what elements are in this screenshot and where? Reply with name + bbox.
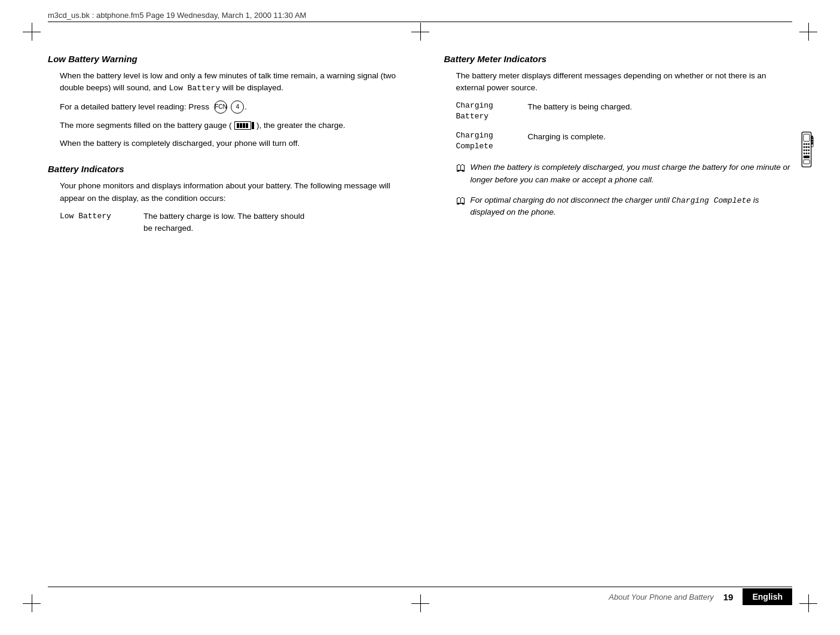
footer-language: English (743, 588, 792, 605)
svg-rect-7 (808, 146, 810, 148)
svg-rect-3 (806, 144, 808, 145)
battery-gauge-icon (234, 121, 251, 130)
svg-rect-5 (804, 146, 805, 148)
svg-rect-6 (806, 146, 808, 148)
fcn-button-icon: FCN (214, 100, 227, 114)
svg-rect-9 (806, 149, 808, 151)
crosshair-bottom-right (799, 594, 817, 612)
svg-rect-1 (804, 134, 810, 141)
low-battery-entry: Low Battery The battery charge is low. T… (60, 210, 396, 235)
note-1: 🕮 When the battery is completely dischar… (456, 161, 793, 186)
charging-battery-mono: ChargingBattery (456, 100, 528, 122)
svg-rect-18 (811, 137, 813, 139)
header-text: m3cd_us.bk : abtphone.fm5 Page 19 Wednes… (48, 11, 792, 20)
note-2: 🕮 For optimal charging do not disconnect… (456, 194, 793, 219)
svg-rect-15 (804, 160, 810, 164)
note-2-text: For optimal charging do not disconnect t… (471, 194, 793, 219)
svg-rect-19 (811, 140, 813, 142)
footer: About Your Phone and Battery 19 English (48, 588, 792, 605)
right-column: Battery Meter Indicators The battery met… (432, 54, 793, 587)
header-rule (48, 22, 792, 22)
section-battery-meter: Battery Meter Indicators The battery met… (444, 54, 793, 219)
battery-indicators-intro: Your phone monitors and displays informa… (60, 180, 396, 204)
main-content: Low Battery Warning When the battery lev… (48, 54, 792, 587)
footer-rule (48, 587, 792, 587)
svg-rect-4 (808, 144, 810, 145)
note-icon-1: 🕮 (456, 161, 468, 175)
battery-tip (252, 122, 254, 129)
indicator-table: ChargingBattery The battery is being cha… (456, 100, 793, 152)
crosshair-top-mid (411, 23, 429, 41)
para-warning-3: The more segments filled on the battery … (60, 120, 396, 132)
section-battery-indicators: Battery Indicators Your phone monitors a… (48, 164, 396, 234)
para-warning-1: When the battery level is low and only a… (60, 70, 396, 94)
crosshair-top-right (799, 23, 817, 41)
svg-rect-8 (804, 149, 805, 151)
note-1-text: When the battery is completely discharge… (471, 161, 793, 186)
svg-rect-11 (804, 152, 805, 154)
footer-title: About Your Phone and Battery (609, 593, 713, 602)
charging-complete-mono: ChargingComplete (456, 130, 528, 152)
svg-rect-10 (808, 149, 810, 151)
para-warning-4: When the battery is completely discharge… (60, 138, 396, 149)
footer-page-number: 19 (723, 592, 734, 602)
4-button-icon: 4 (231, 100, 244, 114)
svg-rect-20 (811, 142, 813, 144)
low-battery-mono: Low Battery (60, 210, 138, 235)
para-warning-2: For a detailed battery level reading: Pr… (60, 100, 396, 114)
crosshair-top-left (23, 23, 41, 41)
svg-rect-14 (804, 155, 810, 158)
section-low-battery-warning: Low Battery Warning When the battery lev… (48, 54, 396, 149)
note-icon-2: 🕮 (456, 194, 468, 208)
heading-battery-indicators: Battery Indicators (48, 164, 396, 174)
crosshair-bottom-left (23, 594, 41, 612)
charging-complete-desc: Charging is complete. (528, 130, 793, 152)
low-battery-text-inline: Low Battery (169, 84, 220, 93)
svg-rect-12 (806, 152, 808, 154)
svg-rect-2 (804, 144, 805, 145)
heading-battery-meter: Battery Meter Indicators (444, 54, 793, 64)
battery-meter-intro: The battery meter displays different mes… (456, 70, 793, 94)
heading-low-battery-warning: Low Battery Warning (48, 54, 396, 64)
phone-illustration (798, 132, 815, 167)
svg-rect-13 (808, 152, 810, 154)
svg-rect-17 (812, 136, 813, 138)
charging-battery-desc: The battery is being charged. (528, 100, 793, 122)
low-battery-desc: The battery charge is low. The battery s… (143, 210, 396, 235)
left-column: Low Battery Warning When the battery lev… (48, 54, 408, 587)
